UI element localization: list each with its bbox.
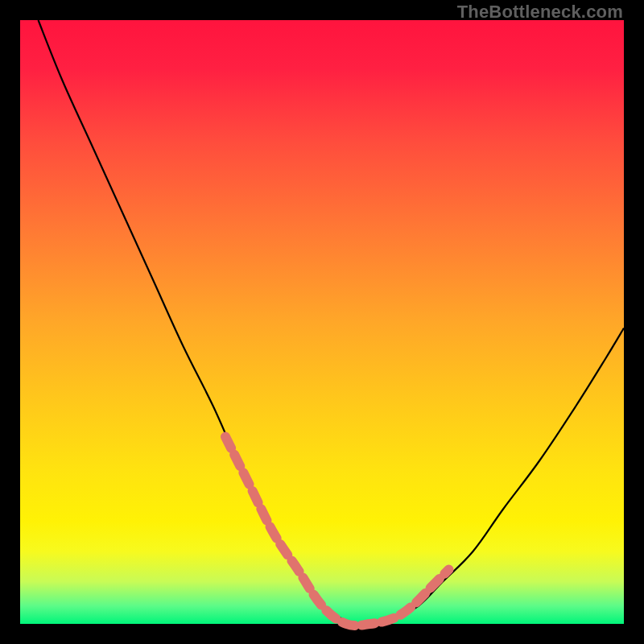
bottleneck-curve-path — [39, 20, 625, 625]
chart-stage: TheBottleneck.com — [0, 0, 644, 644]
plot-area — [20, 20, 624, 624]
highlight-band-path — [225, 437, 449, 626]
watermark-text: TheBottleneck.com — [457, 2, 623, 23]
curve-layer — [20, 20, 624, 624]
